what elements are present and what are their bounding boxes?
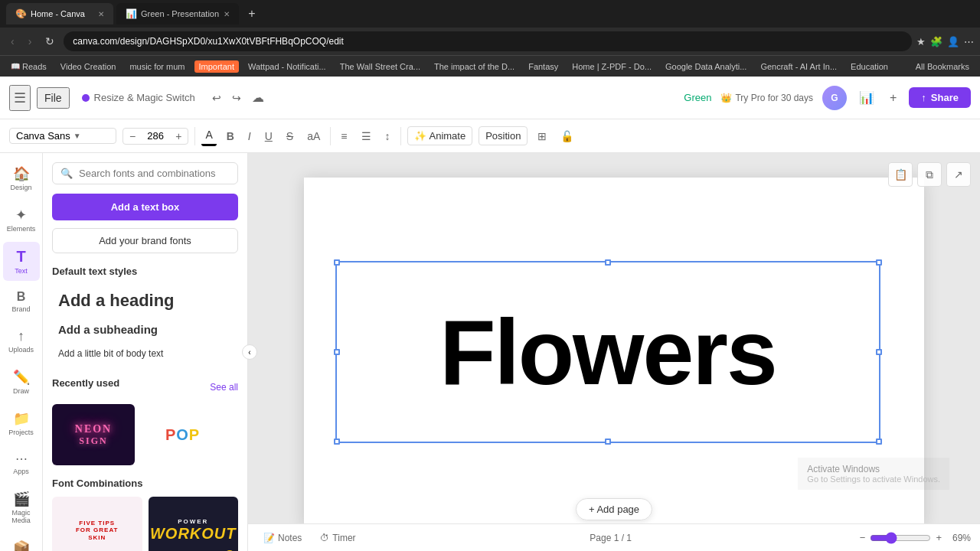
bookmark-wattpad[interactable]: Wattpad - Notificati... — [243, 60, 331, 73]
flowers-text[interactable]: Flowers — [439, 299, 776, 405]
bookmark-important[interactable]: Important — [194, 60, 239, 73]
sidebar-item-mockups[interactable]: 📦 Mockups — [3, 533, 40, 551]
font-search-input[interactable] — [79, 168, 230, 179]
avatar[interactable]: G — [822, 86, 847, 110]
lock-button[interactable]: 🔓 — [557, 127, 577, 145]
file-menu-button[interactable]: File — [37, 87, 70, 109]
add-user-button[interactable]: + — [887, 88, 900, 108]
canvas-tool-export[interactable]: ↗ — [946, 162, 971, 187]
bookmark-fantasy[interactable]: Fantasy — [524, 60, 563, 73]
share-icon: ↑ — [921, 92, 926, 103]
sidebar-item-uploads[interactable]: ↑ Uploads — [3, 322, 40, 360]
forward-button[interactable]: › — [24, 34, 37, 49]
resize-button[interactable]: Resize & Magic Switch — [76, 89, 201, 106]
bookmark-edu[interactable]: Education — [846, 60, 893, 73]
sidebar-item-projects[interactable]: 📁 Projects — [3, 404, 40, 442]
tab-canva[interactable]: 🎨 Home - Canva ✕ — [6, 3, 113, 24]
font-size-control: − + — [122, 128, 188, 145]
new-tab-button[interactable]: + — [242, 7, 261, 21]
font-selector[interactable]: Canva Sans ▼ — [9, 128, 116, 144]
bookmark-gencraft[interactable]: Gencraft - AI Art In... — [756, 60, 841, 73]
font-size-decrease[interactable]: − — [126, 130, 139, 142]
sidebar-item-design[interactable]: 🏠 Design — [3, 159, 40, 197]
bottom-bar-left: 📝 Notes ⏱ Timer — [257, 530, 362, 546]
zoom-out-button[interactable]: − — [860, 532, 866, 543]
bold-button[interactable]: B — [223, 127, 238, 145]
notes-button[interactable]: 📝 Notes — [257, 530, 308, 546]
tab-presentation-close[interactable]: ✕ — [224, 10, 230, 18]
sidebar-item-brand[interactable]: B Brand — [3, 284, 40, 319]
extensions-icon[interactable]: 🧩 — [930, 36, 942, 47]
font-size-input[interactable] — [142, 130, 169, 142]
resize-handle-bm[interactable] — [605, 439, 611, 445]
sidebar-item-text[interactable]: T Text — [3, 242, 40, 281]
resize-handle-tl[interactable] — [334, 259, 340, 266]
profile-icon[interactable]: 👤 — [947, 36, 959, 47]
workout-combo[interactable]: POWER WORKOUT ⭐ — [149, 497, 239, 551]
add-body-button[interactable]: Add a little bit of body text — [52, 342, 238, 365]
bookmark-music[interactable]: music for mum — [125, 60, 189, 73]
zoom-in-button[interactable]: + — [936, 532, 942, 543]
resize-label: Resize & Magic Switch — [94, 92, 195, 103]
tab-presentation[interactable]: 📊 Green - Presentation ✕ — [116, 3, 239, 24]
resize-handle-bl[interactable] — [334, 439, 340, 445]
resize-handle-br[interactable] — [876, 439, 882, 445]
timer-button[interactable]: ⏱ Timer — [314, 530, 361, 546]
panel-collapse-arrow[interactable]: ‹ — [242, 344, 257, 360]
case-button[interactable]: aA — [303, 127, 324, 145]
bookmark-impact[interactable]: The impact of the D... — [430, 60, 519, 73]
resize-handle-tm[interactable] — [605, 259, 611, 266]
menu-button[interactable]: ☰ — [9, 85, 31, 111]
bookmark-zpdf[interactable]: Home | Z-PDF - Do... — [567, 60, 656, 73]
resize-handle-mr[interactable] — [876, 349, 882, 355]
font-color-button[interactable]: A — [201, 126, 216, 146]
sidebar-item-draw[interactable]: ✏️ Draw — [3, 363, 40, 401]
italic-button[interactable]: I — [244, 127, 255, 145]
address-input[interactable] — [64, 31, 912, 51]
canvas-tool-copy[interactable]: 📋 — [888, 162, 913, 187]
position-button[interactable]: Position — [479, 126, 528, 145]
refresh-button[interactable]: ↻ — [41, 34, 59, 49]
zoom-slider[interactable] — [870, 532, 931, 544]
bookmark-video[interactable]: Video Creation — [56, 60, 121, 73]
sidebar-item-elements[interactable]: ✦ Elements — [3, 201, 40, 239]
font-size-increase[interactable]: + — [172, 130, 185, 142]
sidebar-item-apps[interactable]: ⋯ Apps — [3, 445, 40, 481]
add-subheading-button[interactable]: Add a subheading — [52, 317, 238, 342]
try-pro-button[interactable]: 👑 Try Pro for 30 days — [720, 93, 813, 103]
align-button[interactable]: ≡ — [337, 127, 351, 145]
resize-handle-tr[interactable] — [876, 259, 882, 266]
bookmark-google[interactable]: Google Data Analyti... — [661, 60, 751, 73]
animate-button[interactable]: ✨ Animate — [407, 126, 473, 145]
add-page-bar[interactable]: + Add page — [576, 498, 652, 520]
tab-canva-close[interactable]: ✕ — [98, 10, 104, 18]
neon-sign-thumbnail[interactable]: NEON SIGN — [52, 404, 135, 465]
undo-button[interactable]: ↩ — [207, 89, 226, 107]
strikethrough-button[interactable]: S — [283, 127, 297, 145]
skin-tips-combo[interactable]: FIVE TIPS FOR GREAT SKIN — [52, 497, 142, 551]
add-heading-button[interactable]: Add a heading — [52, 285, 238, 317]
settings-icon[interactable]: ⋯ — [964, 36, 974, 47]
list-button[interactable]: ☰ — [358, 127, 375, 145]
share-button[interactable]: ↑ Share — [909, 87, 971, 108]
line-height-button[interactable]: ↕ — [381, 127, 394, 145]
bookmark-icon[interactable]: ★ — [916, 36, 926, 47]
back-button[interactable]: ‹ — [6, 34, 19, 49]
grid-button[interactable]: ⊞ — [534, 127, 550, 145]
resize-handle-ml[interactable] — [334, 349, 340, 355]
sidebar-item-magic-media[interactable]: 🎬 Magic Media — [3, 484, 40, 530]
font-search-box[interactable]: 🔍 — [52, 162, 238, 184]
redo-button[interactable]: ↪ — [227, 89, 246, 107]
bookmark-wsj[interactable]: The Wall Street Cra... — [335, 60, 425, 73]
colorful-letters-thumbnail[interactable]: P O P — [141, 404, 224, 465]
analytics-button[interactable]: 📊 — [856, 87, 877, 108]
see-all-link[interactable]: See all — [210, 382, 238, 393]
text-selection-box[interactable]: Flowers — [335, 261, 881, 442]
bookmark-reads[interactable]: 📖 Reads — [6, 60, 51, 73]
canvas-scroll[interactable]: Flowers — [248, 153, 980, 551]
bookmark-all[interactable]: All Bookmarks — [911, 60, 974, 73]
brand-fonts-button[interactable]: Add your brand fonts — [52, 228, 238, 253]
canvas-tool-duplicate[interactable]: ⧉ — [917, 162, 942, 187]
underline-button[interactable]: U — [261, 127, 276, 145]
add-text-button[interactable]: Add a text box — [52, 194, 238, 220]
